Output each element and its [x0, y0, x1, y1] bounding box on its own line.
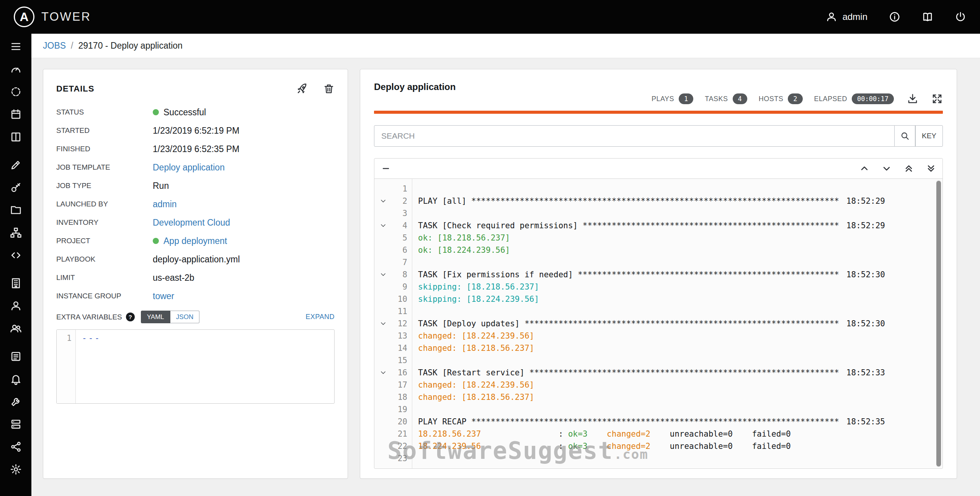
- detail-row: PROJECTApp deployment: [56, 232, 335, 250]
- sidebar-item-inventories[interactable]: [0, 221, 31, 244]
- details-title: DETAILS: [56, 84, 94, 94]
- detail-row: STATUSSuccessful: [56, 103, 335, 121]
- detail-label: JOB TYPE: [56, 182, 153, 190]
- key-button[interactable]: KEY: [915, 125, 943, 147]
- sidebar-item-projects[interactable]: [0, 199, 31, 221]
- chevron-up-icon: [860, 164, 869, 173]
- yaml-toggle-button[interactable]: YAML: [141, 311, 170, 323]
- chevron-placeholder: [374, 379, 392, 391]
- relaunch-button[interactable]: [296, 83, 308, 95]
- double-chevron-up-icon: [904, 164, 913, 173]
- scroll-to-top-button[interactable]: [904, 164, 913, 173]
- stat-badge: 4: [733, 93, 747, 104]
- breadcrumb-jobs-link[interactable]: JOBS: [43, 41, 66, 51]
- collapse-chevron-icon[interactable]: [374, 195, 392, 207]
- console-scrollbar[interactable]: [936, 180, 941, 467]
- line-text: PLAY RECAP *****************************…: [412, 416, 839, 428]
- sidebar-item-jobs[interactable]: [0, 80, 31, 103]
- line-number: 11: [392, 305, 412, 318]
- dashboard-icon: [10, 63, 22, 75]
- download-output-button[interactable]: [907, 93, 918, 105]
- line-number: 6: [392, 244, 412, 256]
- credentials-icon: [10, 182, 22, 193]
- line-number: 3: [392, 207, 412, 219]
- stat-label: HOSTS: [759, 95, 784, 103]
- detail-value: Successful: [153, 107, 206, 118]
- sidebar-item-settings[interactable]: [0, 458, 31, 481]
- line-timestamp: [839, 379, 942, 391]
- line-timestamp: [839, 244, 942, 256]
- stat-hosts: HOSTS2: [759, 93, 803, 104]
- collapse-chevron-icon[interactable]: [374, 367, 392, 379]
- detail-value[interactable]: admin: [153, 199, 177, 210]
- search-input[interactable]: [374, 125, 895, 147]
- about-info-icon[interactable]: [889, 11, 900, 23]
- sidebar: [0, 34, 31, 496]
- brand[interactable]: A TOWER: [14, 7, 91, 27]
- collapse-chevron-icon[interactable]: [374, 219, 392, 232]
- expand-arrows-icon: [931, 93, 943, 105]
- line-number: 1: [392, 183, 412, 195]
- sidebar-item-management-jobs[interactable]: [0, 390, 31, 413]
- stat-label: TASKS: [705, 95, 728, 103]
- line-number: 9: [392, 281, 412, 293]
- sidebar-item-portal-mode[interactable]: [0, 126, 31, 148]
- expand-output-button[interactable]: [931, 93, 943, 105]
- sidebar-item-teams[interactable]: [0, 317, 31, 340]
- sidebar-item-notifications[interactable]: [0, 368, 31, 390]
- line-text: [412, 305, 839, 318]
- collapse-chevron-icon[interactable]: [374, 268, 392, 281]
- format-toggle: YAML JSON: [141, 311, 199, 323]
- sidebar-item-credentials[interactable]: [0, 176, 31, 199]
- details-panel: DETAILS STATUSSuccessfulSTARTED1/23/2019…: [43, 69, 348, 479]
- sidebar-item-applications[interactable]: [0, 435, 31, 458]
- detail-value[interactable]: Development Cloud: [153, 218, 230, 228]
- download-icon: [907, 93, 918, 105]
- sidebar-item-inventory-scripts[interactable]: [0, 244, 31, 267]
- details-rows: STATUSSuccessfulSTARTED1/23/2019 6:52:19…: [56, 103, 335, 305]
- sidebar-item-job-templates[interactable]: [0, 154, 31, 176]
- users-icon: [10, 300, 22, 312]
- sidebar-item-menu[interactable]: [0, 35, 31, 58]
- detail-value[interactable]: App deployment: [153, 236, 227, 246]
- sidebar-item-organizations[interactable]: [0, 272, 31, 295]
- page-up-button[interactable]: [860, 164, 869, 173]
- rocket-icon: [296, 83, 308, 95]
- console-line: 18changed: [18.218.56.237]: [374, 391, 942, 403]
- stat-badge: 2: [788, 93, 802, 104]
- stat-label: ELAPSED: [814, 95, 848, 103]
- user-menu[interactable]: admin: [826, 11, 867, 23]
- collapse-chevron-icon[interactable]: [374, 318, 392, 330]
- docs-book-icon[interactable]: [922, 11, 933, 23]
- logout-power-icon[interactable]: [955, 11, 966, 23]
- delete-button[interactable]: [323, 83, 335, 95]
- gutter-divider: [412, 179, 412, 468]
- line-timestamp: [839, 256, 942, 268]
- chevron-placeholder: [374, 452, 392, 465]
- scrollbar-thumb[interactable]: [936, 181, 941, 467]
- scroll-to-bottom-button[interactable]: [926, 164, 936, 173]
- job-progress-bar: [374, 111, 943, 114]
- expand-link[interactable]: EXPAND: [305, 313, 335, 321]
- organizations-icon: [10, 277, 22, 289]
- console-line: 6ok: [18.224.239.56]: [374, 244, 942, 256]
- line-text: ok: [18.224.239.56]: [412, 244, 839, 256]
- sidebar-item-schedules[interactable]: [0, 103, 31, 126]
- line-number: 20: [392, 416, 412, 428]
- management-jobs-icon: [10, 396, 22, 408]
- extra-variables-editor[interactable]: 1 ---: [56, 329, 335, 404]
- extra-variables-label: EXTRA VARIABLES: [56, 313, 122, 321]
- status-dot-icon: [153, 109, 159, 115]
- collapse-all-button[interactable]: [381, 164, 390, 173]
- json-toggle-button[interactable]: JSON: [170, 311, 199, 323]
- page-down-button[interactable]: [882, 164, 891, 173]
- sidebar-item-credential-types[interactable]: [0, 345, 31, 368]
- help-icon[interactable]: ?: [126, 313, 135, 321]
- sidebar-item-dashboard[interactable]: [0, 58, 31, 80]
- sidebar-item-users[interactable]: [0, 295, 31, 317]
- detail-value[interactable]: tower: [153, 291, 174, 301]
- double-chevron-down-icon: [926, 164, 936, 173]
- sidebar-item-instance-groups[interactable]: [0, 413, 31, 435]
- search-button[interactable]: [895, 125, 915, 147]
- detail-value[interactable]: Deploy application: [153, 162, 225, 173]
